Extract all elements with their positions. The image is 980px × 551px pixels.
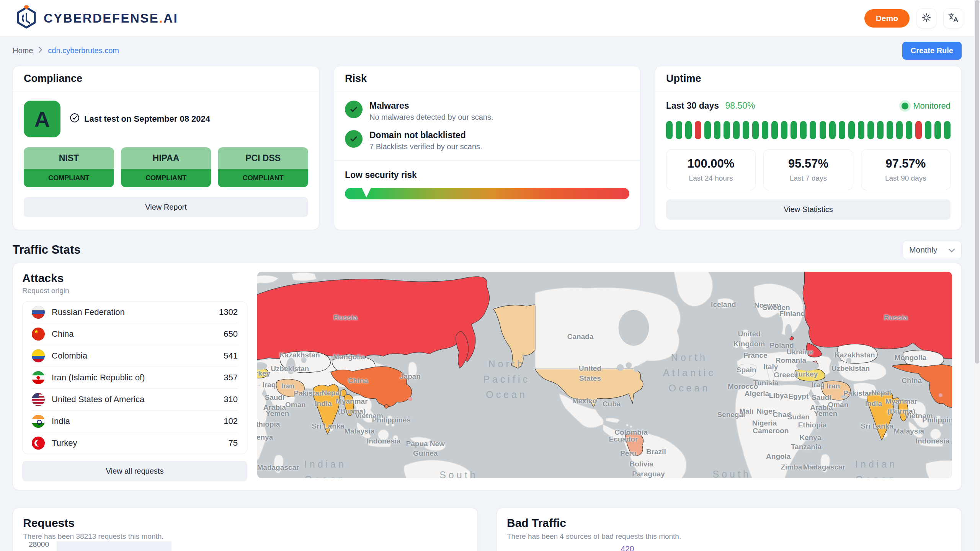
bad-traffic-subtitle: There has been 4 sources of bad requests… xyxy=(507,532,951,541)
create-rule-button[interactable]: Create Rule xyxy=(902,42,962,60)
uptime-card: Uptime Last 30 days 98.50% Monitored xyxy=(655,66,962,230)
map-label: Italy xyxy=(763,362,778,372)
uptime-bar xyxy=(944,121,951,139)
breadcrumb-home-link[interactable]: Home xyxy=(13,46,33,55)
brand-name: CYBERDEFENSE.AI xyxy=(44,11,178,26)
uptime-bar xyxy=(820,121,826,139)
risk-gradient-bar xyxy=(345,188,629,199)
uptime-bar xyxy=(704,121,711,139)
standard-name: PCI DSS xyxy=(218,147,308,169)
uptime-bars xyxy=(666,121,951,139)
compliance-standard-tile: NIST COMPLIANT xyxy=(24,147,114,187)
uptime-stat-box: 97.57% Last 90 days xyxy=(861,149,951,190)
period-select[interactable]: Monthly xyxy=(903,241,962,259)
uptime-bar xyxy=(858,121,864,139)
map-label: Indian Ocean xyxy=(855,456,897,478)
page-scrollbar[interactable] xyxy=(974,0,980,551)
map-label: Kazakhstan xyxy=(835,350,875,360)
map-label: Mali xyxy=(739,406,753,416)
map-label: Turkey xyxy=(257,368,270,378)
traffic-stats-title: Traffic Stats xyxy=(13,243,80,257)
uptime-stat-box: 95.57% Last 7 days xyxy=(763,149,853,190)
attack-count: 650 xyxy=(224,329,238,339)
risk-title: Risk xyxy=(334,66,640,91)
map-label: Papua New Guinea xyxy=(406,439,445,458)
uptime-title: Uptime xyxy=(655,66,961,91)
map-label: Tanzania xyxy=(791,442,822,452)
risk-level-label: Low security risk xyxy=(345,170,629,180)
attacks-title: Attacks xyxy=(22,272,247,285)
uptime-stat-value: 95.57% xyxy=(768,157,849,171)
bad-traffic-card: Bad Traffic There has been 4 sources of … xyxy=(497,508,962,551)
world-map[interactable]: RussiaKazakhstanUzbekistanMongoliaChinaJ… xyxy=(257,272,952,478)
standard-status: COMPLIANT xyxy=(121,169,211,187)
view-all-requests-button[interactable]: View all requests xyxy=(22,461,247,481)
standard-status: COMPLIANT xyxy=(24,169,114,187)
map-label: Ethiopia xyxy=(798,420,827,430)
view-report-button[interactable]: View Report xyxy=(24,197,308,217)
scrollbar-thumb[interactable] xyxy=(975,0,979,364)
map-label: Ukraine xyxy=(787,347,813,357)
uptime-stat-value: 97.57% xyxy=(865,157,946,171)
brand-logo-icon xyxy=(15,5,38,31)
demo-button[interactable]: Demo xyxy=(864,9,910,28)
map-label: Yemen xyxy=(266,409,289,419)
map-label: Romania xyxy=(776,355,806,365)
attack-row: China 650 xyxy=(32,323,238,345)
chevron-down-icon xyxy=(948,245,955,254)
map-label: Nigeria xyxy=(752,419,777,429)
map-label: Madagascar xyxy=(803,463,845,473)
map-label: Yemen xyxy=(814,409,837,419)
country-flag-icon xyxy=(32,328,45,341)
map-label: Malaysia xyxy=(894,426,924,436)
attack-country-name: Russian Federation xyxy=(52,307,125,317)
divider xyxy=(334,160,640,161)
uptime-range-value: 98.50% xyxy=(725,101,755,111)
uptime-bar xyxy=(685,121,692,139)
map-label: Uzbekistan xyxy=(271,364,309,374)
map-label: Mexico xyxy=(572,396,597,406)
map-label: India xyxy=(315,399,332,409)
map-label: Nepal xyxy=(871,388,891,398)
compliance-last-test: Last test on September 08 2024 xyxy=(84,114,210,124)
theme-toggle-button[interactable] xyxy=(916,8,936,28)
check-circle-icon xyxy=(345,101,363,118)
language-button[interactable] xyxy=(943,8,963,28)
map-label: Pakistan xyxy=(843,388,873,398)
requests-chart-area xyxy=(57,541,172,551)
map-label: Sri Lanka xyxy=(312,421,345,431)
map-label: Kenya xyxy=(799,433,821,443)
map-label: Kazakhstan xyxy=(279,350,320,360)
map-label: Russia xyxy=(884,313,908,323)
map-label: South xyxy=(712,466,751,478)
map-label: Uzbekistan xyxy=(831,364,870,373)
brand-dot: . xyxy=(159,11,163,25)
map-label: Ethiopia xyxy=(257,419,280,429)
uptime-bar xyxy=(839,121,845,139)
risk-indicator-notch xyxy=(362,188,371,197)
risk-check-title: Malwares xyxy=(369,101,493,111)
map-label: South xyxy=(439,467,478,478)
compliance-standard-tile: HIPAA COMPLIANT xyxy=(121,147,211,187)
map-label: China xyxy=(348,376,368,386)
uptime-bar xyxy=(724,121,730,139)
risk-check-item: Malwares No malwares detected by our sca… xyxy=(345,101,629,122)
map-label: Brazil xyxy=(646,447,666,457)
map-label: Mongolia xyxy=(333,352,365,362)
map-label: Niger xyxy=(756,406,775,416)
map-label: Vietnam xyxy=(355,411,383,421)
map-label: Chad xyxy=(773,410,791,420)
risk-card: Risk Malwares No malwares detected by ou… xyxy=(334,66,640,230)
view-statistics-button[interactable]: View Statistics xyxy=(666,199,951,220)
uptime-bar xyxy=(810,121,816,139)
uptime-bar xyxy=(877,121,884,139)
uptime-stat-box: 100.00% Last 24 hours xyxy=(666,149,756,190)
uptime-bar xyxy=(743,121,749,139)
attack-country-name: Turkey xyxy=(52,438,77,448)
map-label: Cuba xyxy=(603,399,621,409)
uptime-bar xyxy=(896,121,903,139)
attack-row: India 102 xyxy=(32,411,238,432)
map-label: Ecuador xyxy=(609,435,638,445)
map-label: Tunisia xyxy=(753,378,778,388)
uptime-bar xyxy=(800,121,807,139)
